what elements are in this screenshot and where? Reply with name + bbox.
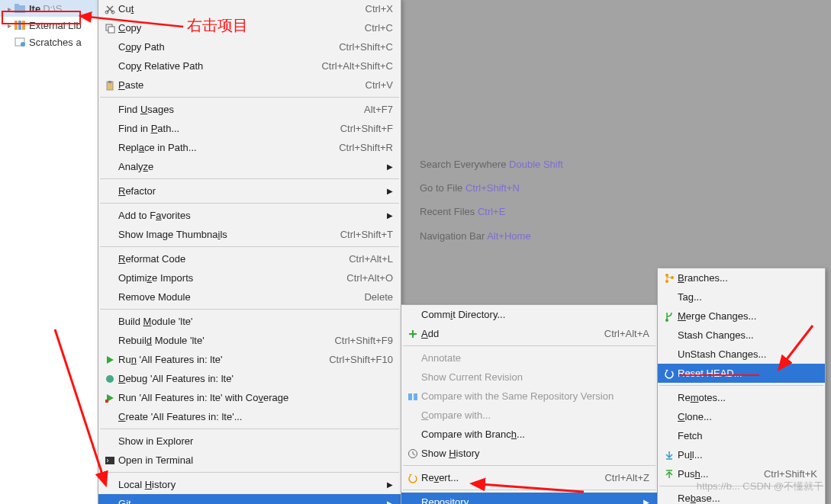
menu-item-label: Analyze xyxy=(118,161,384,172)
menu-shortcut: Ctrl+C xyxy=(365,22,393,34)
main-menu-item-20[interactable]: Build Module 'lte' xyxy=(98,312,401,331)
git-menu-item-10[interactable]: Revert...Ctrl+Alt+Z xyxy=(401,468,657,487)
repo-menu-item-3[interactable]: Stash Changes... xyxy=(658,326,825,345)
git-menu-item-5: Compare with the Same Repository Version xyxy=(401,387,657,406)
svg-point-19 xyxy=(665,274,668,277)
main-menu-item-31[interactable]: Git▶ xyxy=(98,494,401,504)
main-menu-item-16[interactable]: Reformat CodeCtrl+Alt+L xyxy=(98,249,401,268)
menu-item-label: Git xyxy=(118,498,384,504)
menu-shortcut: Ctrl+V xyxy=(366,79,393,91)
main-menu-item-24[interactable]: Run 'All Features in: lte' with Coverage xyxy=(98,388,401,407)
project-tree[interactable]: ▸ lte D:\S... ▸ External Lib Scratches a xyxy=(0,0,99,504)
menu-item-label: Run 'All Features in: lte' with Coverage xyxy=(118,392,393,403)
main-menu-item-2[interactable]: Copy PathCtrl+Shift+C xyxy=(98,37,401,56)
main-menu-item-11[interactable]: Refactor▶ xyxy=(98,181,401,201)
main-menu-item-3[interactable]: Copy Relative PathCtrl+Alt+Shift+C xyxy=(98,56,401,75)
main-menu-item-25[interactable]: Create 'All Features in: lte'... xyxy=(98,407,401,426)
menu-item-label: Remotes... xyxy=(678,392,817,403)
main-menu-item-13[interactable]: Add to Favorites▶ xyxy=(98,206,401,225)
git-menu-item-1[interactable]: AddCtrl+Alt+A xyxy=(401,324,657,343)
menu-item-label: Find Usages xyxy=(118,104,341,115)
menu-item-label: Rebuild Module 'lte' xyxy=(118,335,311,346)
menu-shortcut: Ctrl+Shift+F xyxy=(340,123,393,134)
main-menu-item-0[interactable]: CutCtrl+X xyxy=(98,0,401,18)
menu-item-label: Commit Directory... xyxy=(421,309,649,320)
menu-shortcut: Ctrl+Alt+O xyxy=(346,272,393,284)
repo-menu-item-0[interactable]: Branches... xyxy=(658,268,825,287)
git-menu-item-7[interactable]: Compare with Branch... xyxy=(401,425,657,444)
revert-icon xyxy=(404,473,421,483)
repo-menu-item-7[interactable]: Remotes... xyxy=(658,388,825,407)
main-menu-item-30[interactable]: Local History▶ xyxy=(98,475,401,494)
main-menu-item-23[interactable]: Debug 'All Features in: lte' xyxy=(98,369,401,388)
annotation-underline-reset xyxy=(679,374,759,376)
main-menu-item-27[interactable]: Show in Explorer xyxy=(98,432,401,451)
menu-item-label: Repository xyxy=(421,496,640,504)
main-menu-item-7[interactable]: Find in Path...Ctrl+Shift+F xyxy=(98,119,401,138)
merge-icon xyxy=(661,311,678,322)
submenu-arrow-icon: ▶ xyxy=(384,499,393,504)
git-menu-item-12[interactable]: Repository▶ xyxy=(401,493,657,504)
menu-item-label: Revert... xyxy=(421,472,581,483)
repo-menu-item-10[interactable]: Pull... xyxy=(658,445,825,464)
menu-shortcut: Delete xyxy=(364,291,393,303)
menu-item-label: Show in Explorer xyxy=(118,435,393,447)
main-menu-item-18[interactable]: Remove ModuleDelete xyxy=(98,287,401,307)
submenu-arrow-icon: ▶ xyxy=(384,211,393,220)
menu-item-label: Run 'All Features in: lte' xyxy=(118,354,306,365)
main-menu-item-1[interactable]: CopyCtrl+C xyxy=(98,18,401,37)
menu-item-label: UnStash Changes... xyxy=(678,348,817,360)
menu-shortcut: Ctrl+Alt+Z xyxy=(604,472,649,483)
repo-menu-item-8[interactable]: Clone... xyxy=(658,407,825,426)
term-icon xyxy=(101,455,118,466)
git-menu-item-8[interactable]: Show History xyxy=(401,444,657,463)
menu-item-label: Reformat Code xyxy=(118,253,326,265)
main-menu-item-21[interactable]: Rebuild Module 'lte'Ctrl+Shift+F9 xyxy=(98,331,401,350)
main-menu-item-17[interactable]: Optimize ImportsCtrl+Alt+O xyxy=(98,268,401,287)
menu-item-label: Find in Path... xyxy=(118,123,317,134)
main-menu-item-14[interactable]: Show Image ThumbnailsCtrl+Shift+T xyxy=(98,225,401,244)
menu-shortcut: Ctrl+Shift+K xyxy=(764,468,817,480)
menu-item-label: Rebase... xyxy=(678,493,817,504)
submenu-arrow-icon: ▶ xyxy=(384,480,393,489)
welcome-hints: Search Everywhere Double Shift Go to Fil… xyxy=(420,152,563,248)
main-menu-item-9[interactable]: Analyze▶ xyxy=(98,157,401,176)
menu-shortcut: Ctrl+Shift+C xyxy=(339,41,393,53)
svg-point-21 xyxy=(671,276,674,279)
context-menu-main[interactable]: CutCtrl+XCopyCtrl+CCopy PathCtrl+Shift+C… xyxy=(98,0,401,504)
menu-item-label: Build Module 'lte' xyxy=(118,316,393,327)
menu-item-label: Add xyxy=(421,328,581,339)
menu-item-label: Optimize Imports xyxy=(118,272,324,284)
menu-item-label: Replace in Path... xyxy=(118,142,316,153)
push-icon xyxy=(661,469,678,480)
main-menu-item-28[interactable]: Open in Terminal xyxy=(98,451,401,470)
menu-item-label: Stash Changes... xyxy=(678,329,817,341)
context-menu-repository[interactable]: Branches...Tag...Merge Changes...Stash C… xyxy=(657,268,826,504)
context-menu-git[interactable]: Commit Directory...AddCtrl+Alt+AAnnotate… xyxy=(401,304,658,504)
main-menu-item-22[interactable]: Run 'All Features in: lte'Ctrl+Shift+F10 xyxy=(98,350,401,369)
repo-menu-item-9[interactable]: Fetch xyxy=(658,426,825,445)
menu-item-label: Add to Favorites xyxy=(118,210,384,221)
repo-menu-item-1[interactable]: Tag... xyxy=(658,287,825,307)
menu-shortcut: Ctrl+Alt+Shift+C xyxy=(321,60,393,72)
menu-item-label: Show Image Thumbnails xyxy=(118,229,317,240)
main-menu-item-8[interactable]: Replace in Path...Ctrl+Shift+R xyxy=(98,138,401,157)
menu-shortcut: Ctrl+Shift+T xyxy=(340,229,393,240)
menu-shortcut: Ctrl+Shift+F9 xyxy=(334,335,393,346)
repo-menu-item-4[interactable]: UnStash Changes... xyxy=(658,345,825,364)
menu-item-label: Clone... xyxy=(678,411,817,422)
svg-point-22 xyxy=(665,319,668,322)
tree-node-scratches[interactable]: Scratches a xyxy=(0,34,98,50)
main-menu-item-4[interactable]: PasteCtrl+V xyxy=(98,75,401,95)
git-menu-item-0[interactable]: Commit Directory... xyxy=(401,305,657,324)
menu-item-label: Fetch xyxy=(678,430,817,441)
svg-rect-10 xyxy=(108,27,114,33)
repo-menu-item-5[interactable]: Reset HEAD... xyxy=(658,364,825,383)
menu-item-label: Local History xyxy=(118,479,384,490)
main-menu-item-6[interactable]: Find UsagesAlt+F7 xyxy=(98,100,401,119)
menu-item-label: Create 'All Features in: lte'... xyxy=(118,411,393,422)
repo-menu-item-2[interactable]: Merge Changes... xyxy=(658,307,825,326)
scratches-icon xyxy=(14,36,26,48)
menu-shortcut: Ctrl+Alt+L xyxy=(349,253,393,265)
menu-item-label: Copy Relative Path xyxy=(118,60,298,72)
